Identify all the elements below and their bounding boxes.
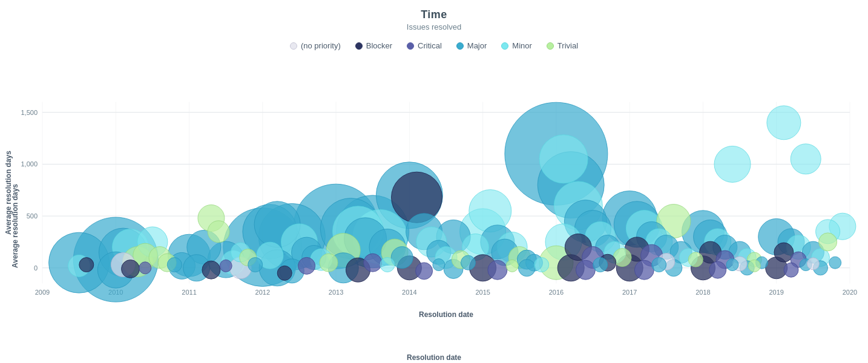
legend-item-major: Major: [456, 41, 487, 50]
legend-dot: [355, 42, 363, 50]
legend-label: Critical: [418, 41, 442, 50]
svg-text:500: 500: [27, 212, 38, 220]
bubble: [208, 221, 229, 243]
legend-dot: [456, 42, 464, 50]
svg-text:2016: 2016: [549, 289, 564, 296]
bubble: [784, 263, 798, 277]
svg-text:1,000: 1,000: [21, 160, 38, 168]
bubble: [79, 258, 94, 272]
bubble: [506, 260, 518, 272]
bubble: [652, 258, 666, 272]
bubble: [791, 144, 821, 174]
bubble: [220, 260, 232, 272]
svg-text:2020: 2020: [843, 289, 857, 296]
svg-text:2018: 2018: [695, 289, 710, 296]
legend-dot: [547, 42, 554, 50]
bubble: [534, 258, 549, 272]
bubble: [726, 259, 738, 271]
svg-text:2009: 2009: [35, 289, 50, 296]
bubble: [202, 261, 220, 279]
bubble: [416, 263, 433, 280]
bubble: [714, 146, 751, 182]
bubble: [709, 261, 726, 278]
x-axis-label: Resolution date: [407, 353, 461, 362]
legend-item-blocker: Blocker: [355, 41, 392, 50]
svg-text:2012: 2012: [255, 289, 270, 296]
svg-text:2015: 2015: [475, 289, 490, 296]
svg-text:1,500: 1,500: [21, 109, 38, 116]
legend-label: Major: [467, 41, 487, 50]
bubble: [748, 260, 760, 272]
legend-dot: [501, 42, 508, 50]
bubble: [167, 258, 182, 272]
bubble: [518, 260, 535, 276]
bubble: [767, 106, 801, 140]
main-chart-svg: 05001,0001,50020092010201120122013201420…: [0, 53, 868, 363]
bubble: [433, 259, 445, 271]
bubble: [593, 258, 608, 272]
bubble: [380, 258, 395, 272]
legend-item-minor: Minor: [501, 41, 532, 50]
chart-area: Average resolution days 05001,0001,50020…: [0, 53, 868, 363]
chart-legend: (no priority)BlockerCriticalMajorMinorTr…: [290, 41, 578, 50]
bubble: [688, 252, 703, 267]
bubble: [634, 260, 654, 280]
legend-label: (no priority): [301, 41, 341, 50]
legend-item-critical: Critical: [407, 41, 442, 50]
bubble: [139, 262, 151, 274]
legend-dot: [290, 42, 297, 50]
bubble: [364, 253, 382, 272]
bubble: [320, 253, 338, 272]
bubble: [539, 135, 588, 183]
legend-label: Blocker: [366, 41, 392, 50]
legend-label: Minor: [512, 41, 532, 50]
svg-text:Resolution date: Resolution date: [419, 310, 473, 319]
chart-container: Time Issues resolved (no priority)Blocke…: [0, 0, 868, 363]
bubble: [122, 260, 140, 278]
bubble: [298, 257, 315, 274]
bubble: [819, 233, 837, 251]
legend-item-trivial: Trivial: [547, 41, 578, 50]
legend-dot: [407, 42, 414, 50]
chart-title: Time: [421, 8, 447, 21]
bubble: [807, 258, 819, 270]
svg-text:Average resolution days: Average resolution days: [4, 151, 13, 235]
legend-item--no-priority-: (no priority): [290, 41, 341, 50]
bubble: [829, 257, 841, 269]
bubble: [461, 255, 475, 270]
bubble: [488, 260, 507, 280]
svg-text:2013: 2013: [329, 289, 343, 296]
bubbles: [49, 102, 856, 302]
chart-subtitle: Issues resolved: [407, 22, 461, 31]
svg-text:2014: 2014: [402, 289, 416, 296]
legend-label: Trivial: [557, 41, 578, 50]
svg-text:0: 0: [34, 264, 38, 272]
bubble: [248, 258, 263, 272]
bubble: [576, 260, 595, 280]
svg-text:2011: 2011: [182, 289, 196, 296]
svg-text:2017: 2017: [622, 289, 637, 296]
svg-text:2019: 2019: [769, 289, 783, 296]
bubble: [277, 266, 292, 280]
bubble: [469, 190, 511, 232]
